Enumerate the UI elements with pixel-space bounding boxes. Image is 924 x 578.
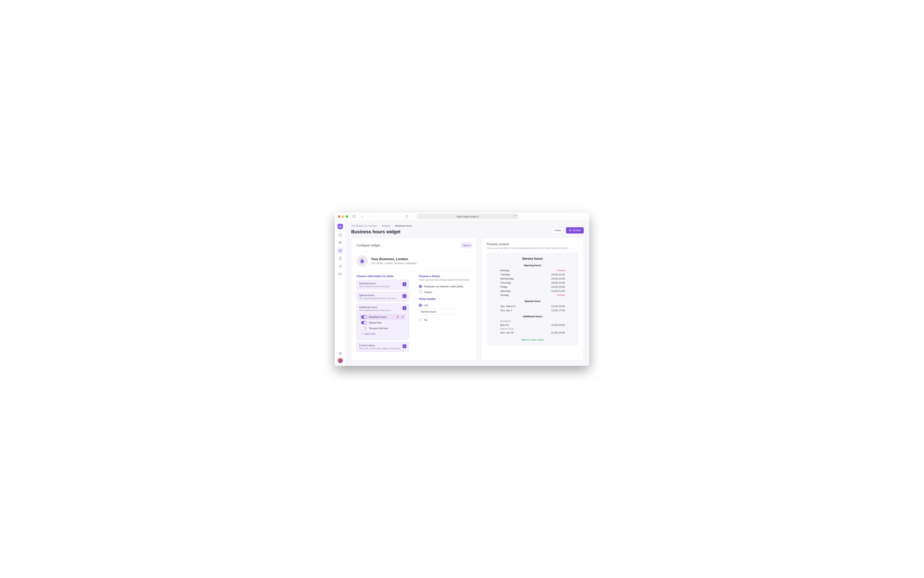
info-column: Choose information to show Opening hours… bbox=[356, 274, 409, 354]
main-area: The Burger Co, Kamppi › Widgets › Busine… bbox=[346, 221, 589, 366]
topbar: The Burger Co, Kamppi › Widgets › Busine… bbox=[346, 221, 589, 234]
forward-button[interactable] bbox=[369, 214, 373, 219]
nav-doc-icon[interactable] bbox=[337, 255, 344, 262]
svg-rect-8 bbox=[570, 230, 571, 231]
theme-column: Choose a theme Color and font will chang… bbox=[419, 274, 471, 354]
additional-item-breakfast[interactable]: Breakfast hours bbox=[360, 314, 406, 320]
additional-item-terrace[interactable]: Terrace Grill hour bbox=[360, 325, 406, 331]
checkbox-checked-icon[interactable] bbox=[403, 294, 406, 298]
preview-hours-row: Friday16:00-23:00 bbox=[492, 285, 573, 289]
breadcrumb-widgets[interactable]: Widgets bbox=[382, 224, 390, 227]
reload-icon[interactable] bbox=[513, 214, 517, 219]
bag-icon bbox=[356, 255, 368, 266]
preview-hours-row: Sun, Apr 213:00-17:00 bbox=[492, 308, 573, 312]
header-heading: Show header bbox=[419, 297, 471, 300]
nav-location-icon[interactable] bbox=[337, 239, 344, 246]
configure-heading: Configure widget bbox=[356, 244, 380, 247]
theme-heading: Choose a theme bbox=[419, 274, 471, 278]
preview-hours-row: Sun, Apr 3021:00-24:00 bbox=[492, 331, 573, 335]
trash-icon[interactable] bbox=[396, 315, 399, 318]
additional-hours-list: Breakfast hours Dance floor bbox=[359, 313, 406, 338]
additional-item-dance[interactable]: Dance floor bbox=[360, 320, 406, 325]
preview-sub: Check your website for the actual previe… bbox=[487, 247, 578, 250]
app-logo[interactable] bbox=[338, 224, 343, 229]
back-button[interactable] bbox=[360, 214, 364, 219]
minimize-window-button[interactable] bbox=[342, 215, 344, 218]
traffic-lights bbox=[338, 215, 348, 218]
page-actions: Close Embed bbox=[552, 227, 584, 234]
privacy-shield-icon[interactable] bbox=[404, 214, 409, 219]
close-button[interactable]: Close bbox=[552, 227, 564, 234]
app-shell: The Burger Co, Kamppi › Widgets › Busine… bbox=[335, 221, 589, 366]
header-option-yes[interactable]: Yes bbox=[419, 302, 471, 308]
checkbox-checked-icon[interactable] bbox=[403, 344, 406, 348]
content: Configure widget Save changes Your Busin… bbox=[346, 234, 589, 366]
app-sidebar bbox=[335, 221, 346, 366]
checkbox-checked-icon[interactable] bbox=[403, 306, 406, 310]
nav-settings-icon[interactable] bbox=[337, 350, 344, 357]
preview-hours-row: SundayClosed bbox=[492, 293, 573, 297]
preview-category: Dance Floor bbox=[492, 327, 573, 331]
info-heading: Choose information to show bbox=[356, 274, 409, 278]
add-more-button[interactable]: Add more bbox=[360, 331, 377, 336]
preview-additional-heading: Additional hours bbox=[492, 315, 573, 318]
preview-hours-row: Mon-Fri13:00-20:00 bbox=[492, 323, 573, 327]
preview-hours-row: Tuesday16:00-22:00 bbox=[492, 273, 573, 276]
address-bar[interactable]: https://app.mobal.io bbox=[417, 214, 518, 219]
toggle-on[interactable] bbox=[361, 315, 367, 319]
breadcrumb-root[interactable]: The Burger Co, Kamppi bbox=[351, 224, 377, 227]
toggle-on[interactable] bbox=[361, 321, 367, 324]
browser-chrome: https://app.mobal.io bbox=[335, 213, 589, 221]
theme-option-replicate[interactable]: Replicate my website's style (beta) bbox=[419, 284, 471, 289]
preview-hours-row: MondayClosed bbox=[492, 268, 573, 273]
svg-rect-0 bbox=[353, 216, 355, 218]
option-additional-hours: Additional hoursYour additional hours au… bbox=[356, 304, 409, 340]
embed-button[interactable]: Embed bbox=[566, 227, 584, 234]
svg-point-2 bbox=[340, 242, 341, 243]
radio-off-icon bbox=[419, 291, 422, 294]
close-window-button[interactable] bbox=[338, 215, 340, 218]
configure-card: Configure widget Save changes Your Busin… bbox=[351, 238, 477, 360]
svg-point-7 bbox=[339, 353, 341, 354]
theme-option-classic[interactable]: Classic bbox=[419, 289, 471, 295]
chevron-icon: › bbox=[379, 224, 380, 227]
radio-on-icon bbox=[419, 285, 422, 288]
preview-hours-row: Saturday14:00-22:00 bbox=[492, 289, 573, 293]
business-header: Your Business, London City center, Londo… bbox=[356, 255, 471, 271]
chevron-icon: › bbox=[393, 224, 393, 227]
breadcrumb-current: Business hours bbox=[395, 224, 412, 227]
copy-icon bbox=[569, 229, 572, 232]
checkbox-checked-icon[interactable] bbox=[403, 282, 406, 286]
url-text: https://app.mobal.io bbox=[456, 215, 479, 218]
preview-category: Breakfast bbox=[492, 320, 573, 323]
header-option-no[interactable]: No bbox=[419, 317, 471, 323]
nav-home-icon[interactable] bbox=[337, 232, 344, 238]
preview-additional-rows: BreakfastMon-Fri13:00-20:00Dance FloorSu… bbox=[492, 320, 573, 335]
save-button[interactable]: Save changes bbox=[461, 242, 471, 248]
page-title: Business hours widget bbox=[351, 229, 412, 234]
option-current-status[interactable]: Current statusShow the current open stat… bbox=[356, 342, 409, 352]
preview-opening-heading: Opening hours bbox=[492, 264, 573, 267]
svg-rect-4 bbox=[339, 257, 341, 260]
user-avatar[interactable] bbox=[338, 358, 343, 363]
preview-special-heading: Special hours bbox=[492, 300, 573, 303]
fullscreen-window-button[interactable] bbox=[346, 215, 348, 218]
breadcrumb: The Burger Co, Kamppi › Widgets › Busine… bbox=[351, 224, 412, 227]
option-opening-hours[interactable]: Opening hoursYour business hours auto-sy… bbox=[356, 280, 409, 290]
option-special-hours[interactable]: Special hoursYour special opening hours … bbox=[356, 292, 409, 302]
radio-off-icon bbox=[419, 318, 422, 321]
header-text-input[interactable] bbox=[419, 309, 458, 315]
preview-special-rows: Sun, March 513:00-20:00Sun, Apr 213:00-1… bbox=[492, 304, 573, 312]
edit-icon[interactable] bbox=[401, 315, 404, 318]
nav-message-icon[interactable] bbox=[337, 271, 344, 278]
nav-widgets-icon[interactable] bbox=[337, 247, 344, 254]
sidebar-toggle-icon[interactable] bbox=[352, 214, 356, 219]
svg-marker-3 bbox=[339, 249, 342, 252]
radio-on-icon bbox=[419, 304, 422, 307]
business-name: Your Business, London bbox=[371, 257, 417, 261]
plus-icon bbox=[361, 332, 363, 335]
nav-chat-icon[interactable] bbox=[337, 263, 344, 270]
preview-hours-row: Wednesday16:00-22:00 bbox=[492, 276, 573, 281]
preview-box: Service hours Opening hours MondayClosed… bbox=[487, 253, 578, 346]
toggle-off[interactable] bbox=[361, 327, 367, 330]
